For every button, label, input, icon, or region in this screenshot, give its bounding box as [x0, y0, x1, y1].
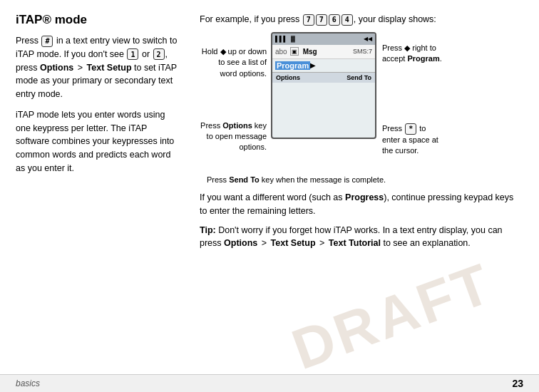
phone-mode-icon: ▣ [290, 47, 299, 56]
key7b-icon: 7 [316, 14, 327, 26]
phone-screen: ▌▌▌ ▓ ◀◀ abo ▣ Msg SMS:7 [271, 32, 376, 139]
left-para2: iTAP mode lets you enter words using one… [16, 108, 180, 175]
phone-text-area: Program ▶ [272, 59, 375, 72]
star-key-icon: * [405, 123, 416, 135]
options-label: Options [40, 63, 73, 73]
phone-sms-label: SMS:7 [353, 48, 372, 55]
bottom-bar: basics 23 [0, 374, 539, 392]
key1-icon: 1 [127, 48, 138, 60]
phone-status-bar: ▌▌▌ ▓ ◀◀ [272, 33, 375, 45]
tip-text-tutorial: Text Tutorial [329, 238, 381, 248]
phone-input-row: abo ▣ Msg SMS:7 [272, 45, 375, 59]
phone-bottom-bar: Options Send To [272, 72, 375, 83]
tip-label: Tip: [200, 225, 216, 235]
key7a-icon: 7 [303, 14, 314, 26]
intro-text: For example, if you press 7764, your dis… [200, 13, 523, 26]
hash-key-icon: # [41, 36, 53, 47]
volume-icon: ◀◀ [364, 36, 372, 42]
phone-abc-label: abo [275, 48, 287, 56]
left-para1: Press # in a text entry view to switch t… [16, 34, 180, 101]
phone-msg-label: Msg [303, 48, 317, 56]
key2-icon: 2 [153, 48, 165, 60]
diagram-labels-left: Hold ◆ up or down to see a list of word … [200, 32, 271, 167]
tip-options: Options [224, 238, 257, 248]
text-setup-label: Text Setup [87, 63, 132, 73]
page-container: iTAP® mode Press # in a text entry view … [0, 0, 539, 392]
send-to-bold: Send To [229, 175, 260, 184]
diagram-area: Hold ◆ up or down to see a list of word … [200, 32, 523, 167]
key6-icon: 6 [329, 14, 340, 26]
phone-send-btn: Send To [346, 74, 371, 81]
battery-icon: ▓ [291, 36, 295, 42]
diagram-labels-right: Press ◆ right to accept Program. Press *… [378, 32, 442, 167]
phone-screen-wrapper: ▌▌▌ ▓ ◀◀ abo ▣ Msg SMS:7 [271, 32, 378, 167]
phone-status-icons: ▌▌▌ ▓ [275, 36, 295, 42]
tip-para: Tip: Don't worry if you forget how iTAP … [200, 224, 523, 251]
phone-word-highlight: Program [275, 61, 310, 70]
if-para: If you want a different word (such as Pr… [200, 191, 523, 218]
phone-options-btn: Options [276, 74, 300, 81]
hold-label: Hold ◆ up or down to see a list of word … [200, 32, 267, 79]
tip-text-setup: Text Setup [271, 238, 316, 248]
options-key-label: Press Options key to open message option… [200, 120, 267, 167]
send-to-caption: Press Send To key when the message is co… [200, 175, 523, 185]
key4-icon: 4 [342, 14, 353, 26]
page-number: 23 [512, 378, 523, 389]
page-title: iTAP® mode [16, 13, 180, 27]
page-word: basics [16, 378, 40, 388]
phone-cursor-indicator: ▶ [310, 61, 316, 69]
status-right-icons: ◀◀ [364, 36, 372, 42]
signal-icon: ▌▌▌ [275, 36, 287, 42]
right-column: For example, if you press 7764, your dis… [192, 0, 539, 392]
press-right-label: Press ◆ right to accept Program. [382, 32, 442, 65]
left-column: iTAP® mode Press # in a text entry view … [0, 0, 192, 392]
press-star-label: Press * to enter a space at the cursor. [382, 123, 442, 167]
progress-word: Progress [345, 192, 384, 202]
